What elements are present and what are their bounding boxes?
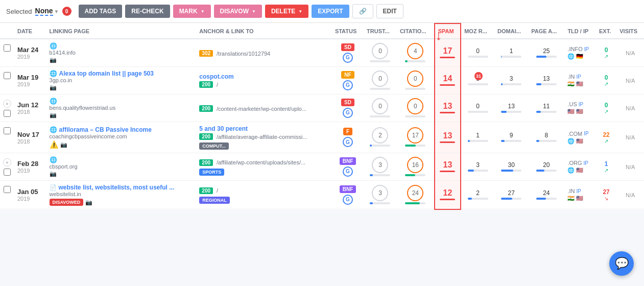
ip-label: IP [579,102,583,107]
ext-value: 27 [599,188,613,196]
linking-domain: websitelist.in [50,191,194,197]
header-date[interactable]: DATE [14,23,46,39]
page-a-cell: 8 [528,122,564,153]
tld-cell: .IN IP 🇮🇳 🇺🇸 [564,181,596,209]
page-a-value: 8 [545,132,548,139]
spam-value: 14 [438,74,457,83]
row-checkbox[interactable] [4,169,11,176]
add-button[interactable]: + [3,100,11,108]
anchor-link[interactable]: cospot.com [199,73,233,80]
page-a-value: 13 [543,75,550,82]
moz-value: 0 [476,47,480,55]
flag1: 🇺🇸 [567,108,575,115]
anchor-cell: cospot.com 200 / [199,73,329,88]
date-cell: Mar 19 2019 [14,67,46,94]
spam-value: 12 [438,188,457,198]
spam-value: 13 [438,160,457,170]
flag1: 🌐 [567,138,575,145]
dropdown-arrow[interactable]: ▼ [54,9,59,14]
citation-circle: 16 [407,157,423,173]
table-row: Mar 19 2019 🌐Alexa top domain list || pa… [0,67,644,94]
globe-icon: 🌐 [50,126,57,133]
page-a-cell: 13 [528,67,564,94]
header-page-a[interactable]: PAGE A... [528,23,564,39]
header-spam[interactable]: SPAM [435,23,461,39]
header-ext[interactable]: EXT. [596,23,616,39]
camera-icon: 📷 [60,141,67,148]
date-month: Nov 17 [17,131,43,138]
spam-bar [440,112,455,113]
domain-cell: 13 [494,94,528,122]
link-icon-button[interactable]: 🔗 [352,4,373,18]
header-linking-page[interactable]: LINKING PAGE [46,23,197,39]
google-badge: G [343,195,353,205]
row-checkbox[interactable] [4,72,11,79]
anchor-path: /affiliate/average-affiliate-commissi... [217,134,307,140]
http-code-badge: 200 [199,159,213,166]
tld-value: .IN [567,74,575,80]
trust-cell: 2 [364,122,397,153]
mark-arrow: ▼ [201,9,205,14]
page-a-bar [536,56,557,58]
flag2: 🇺🇸 [576,81,583,87]
anchor-cell: 302 /translations/1012794 [199,50,329,57]
ext-value: 0 [599,74,613,81]
spam-bar [440,171,455,172]
domain-value: 27 [508,189,515,197]
moz-cell: 1 [461,122,494,153]
google-badge: G [343,80,353,90]
header-citation[interactable]: CITATIO... [397,23,435,39]
domain-value: 9 [510,132,513,139]
globe-icon: 🌐 [50,156,57,163]
table-row: + Feb 28 2019 🌐cbsport.org📷 200 /affilia… [0,153,644,181]
domain-cell: 27 [494,181,528,209]
spam-cell: 17 [435,39,461,67]
header-moz[interactable]: MOZ R... [461,23,494,39]
tld-value: .COM [567,131,582,137]
header-visits[interactable]: VISITS [616,23,644,39]
linking-title[interactable]: Alexa top domain list || page 503 [59,70,154,77]
header-tld[interactable]: TLD / IP [564,23,596,39]
citation-bar [405,145,425,147]
export-button[interactable]: EXPORT [312,5,349,18]
linking-title[interactable]: affilorama – CB Passive Income [59,126,152,133]
delete-button[interactable]: DELETE ▼ [265,5,308,18]
status-cell: F G [332,122,364,153]
linking-title[interactable]: website list, websitelists, most useful … [59,184,175,191]
anchor-link[interactable]: 5 and 30 percent [199,125,248,132]
moz-value: 3 [476,161,480,169]
ip-label: IP [584,46,589,52]
moz-value: 1 [476,132,480,139]
header-trust[interactable]: TRUST... [364,23,397,39]
re-check-button[interactable]: RE-CHECK [125,5,170,18]
trust-circle: 3 [372,185,388,201]
add-tags-button[interactable]: ADD TAGS [79,5,123,18]
date-cell: Mar 24 2019 [14,39,46,67]
http-code-badge: 302 [199,50,213,57]
spam-value: 13 [438,131,457,140]
row-checkbox[interactable] [4,44,11,52]
row-checkbox[interactable] [4,186,11,193]
moz-bar [468,198,488,200]
date-year: 2019 [17,54,43,60]
tld-cell: .US IP 🇺🇸 🇺🇸 [564,94,596,122]
moz-bar [468,170,488,172]
spam-bar [440,57,455,58]
add-button[interactable]: + [3,158,11,166]
header-anchor[interactable]: ANCHOR & LINK TO [196,23,332,39]
header-status[interactable]: STATUS [332,23,364,39]
mark-button[interactable]: MARK ▼ [173,5,211,18]
status-cell: SD G [332,94,364,122]
tld-value: .ORG [567,160,582,166]
linking-cell: 🌐cbsport.org📷 [50,156,194,177]
ext-value: 0 [599,46,613,54]
row-checkbox[interactable] [4,127,11,134]
edit-button[interactable]: EDIT [376,4,403,18]
tld-value: .IN [567,188,575,194]
main-table-container: DATE LINKING PAGE ANCHOR & LINK TO STATU… [0,23,644,210]
category-badge: REGIONAL [199,197,230,204]
citation-bar [405,202,425,204]
header-domain[interactable]: DOMAI... [494,23,528,39]
row-checkbox[interactable] [4,110,11,117]
disavow-button[interactable]: DISAVOW ▼ [214,5,262,18]
